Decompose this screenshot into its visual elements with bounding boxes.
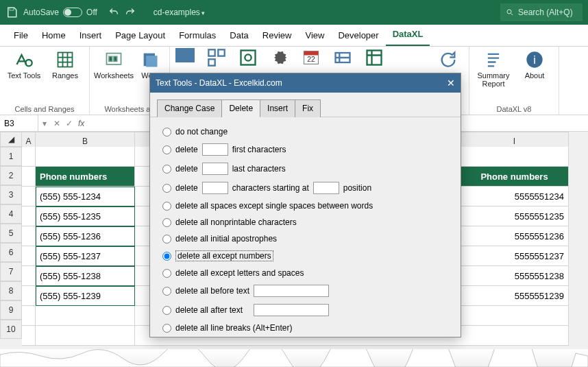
dtab-change-case[interactable]: Change Case: [157, 99, 222, 117]
tab-Formulas[interactable]: Formulas: [172, 25, 223, 46]
about-button[interactable]: i About: [517, 49, 552, 88]
tab-Review[interactable]: Review: [256, 25, 299, 46]
cell-B6[interactable]: (555) 555-1237: [36, 246, 135, 266]
row-header[interactable]: 9: [0, 300, 22, 320]
toggle-switch[interactable]: [63, 8, 82, 17]
dialog-titlebar[interactable]: Text Tools - DataXL - Excelkid.com ✕: [150, 73, 461, 93]
cell-I4[interactable]: 5555551235: [461, 206, 569, 226]
cell[interactable]: [36, 147, 135, 167]
count-input[interactable]: [202, 182, 228, 194]
opt-delete-last[interactable]: deletelast characters: [162, 163, 448, 175]
undo-icon[interactable]: [108, 7, 119, 18]
table-header-I[interactable]: Phone numbers: [461, 167, 569, 187]
text-tools-button[interactable]: Text Tools: [7, 49, 41, 80]
cell[interactable]: [461, 147, 569, 167]
row-header[interactable]: 2: [0, 166, 22, 185]
cell-B4[interactable]: (555) 555-1235: [36, 206, 135, 226]
opt-apostrophes[interactable]: delete all initial apostrophes: [162, 234, 448, 244]
dropdown-icon[interactable]: ▾: [38, 119, 51, 128]
cell[interactable]: [36, 326, 135, 346]
confirm-icon[interactable]: ✓: [63, 119, 75, 128]
before-text-input[interactable]: [254, 285, 329, 297]
cell[interactable]: [22, 326, 36, 346]
opt-except-letters[interactable]: delete all except letters and spaces: [162, 268, 448, 278]
row-header[interactable]: 7: [0, 262, 22, 281]
first-chars-input[interactable]: [202, 143, 228, 156]
dtab-delete[interactable]: Delete: [222, 99, 260, 117]
row-header[interactable]: 6: [0, 243, 22, 262]
close-icon[interactable]: ✕: [447, 78, 455, 88]
fx-icon[interactable]: fx: [75, 119, 87, 128]
opt-no-change[interactable]: do not change: [162, 127, 448, 137]
opt-before-text[interactable]: delete all before text: [162, 285, 448, 297]
app-icon-6[interactable]: [333, 48, 352, 63]
cancel-icon[interactable]: ✕: [51, 119, 63, 128]
dtab-insert[interactable]: Insert: [260, 99, 295, 117]
row-header[interactable]: 4: [0, 204, 22, 224]
opt-linebreaks[interactable]: delete all line breaks (Alt+Enter): [162, 323, 448, 333]
row-header[interactable]: 8: [0, 281, 22, 300]
after-text-input[interactable]: [254, 304, 329, 316]
save-icon[interactable]: [5, 6, 18, 19]
ranges-button[interactable]: Ranges: [48, 49, 82, 80]
position-input[interactable]: [313, 182, 339, 194]
app-icon-2[interactable]: [207, 48, 226, 63]
autosave-toggle[interactable]: AutoSave Off: [23, 8, 97, 17]
calendar-icon[interactable]: 22: [302, 48, 321, 63]
tab-Home[interactable]: Home: [35, 25, 73, 46]
cell[interactable]: [22, 167, 36, 187]
tab-Insert[interactable]: Insert: [73, 25, 109, 46]
redo-icon[interactable]: [125, 7, 136, 18]
opt-delete-first[interactable]: deletefirst characters: [162, 143, 448, 156]
cell-I8[interactable]: 5555551239: [461, 286, 569, 306]
gear-icon[interactable]: [270, 48, 289, 63]
tab-Page-Layout[interactable]: Page Layout: [108, 25, 172, 46]
cell[interactable]: [22, 187, 36, 206]
cell[interactable]: [22, 266, 36, 286]
cell[interactable]: [22, 206, 36, 226]
row-header[interactable]: 1: [0, 147, 22, 166]
row-header[interactable]: 3: [0, 185, 22, 204]
autosave-label: AutoSave: [23, 8, 59, 17]
worksheets-button[interactable]: Worksheets: [97, 49, 131, 80]
app-icon-3[interactable]: [238, 48, 258, 63]
cell-I3[interactable]: 5555551234: [461, 187, 569, 206]
tab-DataXL[interactable]: DataXL: [386, 23, 430, 46]
opt-spaces[interactable]: delete all spaces except single spaces b…: [162, 201, 448, 211]
cell-B7[interactable]: (555) 555-1238: [36, 266, 135, 286]
cell[interactable]: [22, 286, 36, 306]
cell-I5[interactable]: 5555551236: [461, 226, 569, 246]
table-header-B[interactable]: Phone numbers: [36, 167, 135, 187]
cell-I6[interactable]: 5555551237: [461, 246, 569, 266]
app-icon-7[interactable]: [365, 48, 384, 63]
tab-Developer[interactable]: Developer: [331, 25, 385, 46]
select-all-corner[interactable]: ◢: [0, 132, 22, 147]
tab-Data[interactable]: Data: [223, 25, 255, 46]
search-box[interactable]: Search (Alt+Q): [500, 3, 583, 21]
cell[interactable]: [22, 147, 36, 167]
cell[interactable]: [22, 306, 36, 326]
row-header[interactable]: 5: [0, 224, 22, 243]
dtab-fix[interactable]: Fix: [295, 99, 321, 117]
cell-B5[interactable]: (555) 555-1236: [36, 226, 135, 246]
row-header[interactable]: 10: [0, 320, 22, 339]
cell[interactable]: [22, 246, 36, 266]
tab-File[interactable]: File: [7, 25, 35, 46]
summary-report-button[interactable]: Summary Report: [476, 49, 511, 88]
opt-after-text[interactable]: delete all after text: [162, 304, 448, 316]
filename[interactable]: cd-examples: [154, 8, 206, 17]
cell[interactable]: [22, 226, 36, 246]
cell-B8[interactable]: (555) 555-1239: [36, 286, 135, 306]
cell[interactable]: [36, 306, 135, 326]
opt-except-numbers[interactable]: delete all except numbers: [162, 250, 448, 261]
last-chars-input[interactable]: [202, 163, 228, 175]
cell-B3[interactable]: (555) 555-1234: [36, 187, 135, 206]
cell-I7[interactable]: 5555551238: [461, 266, 569, 286]
opt-nonprint[interactable]: delete all nonprintable characters: [162, 217, 448, 227]
opt-delete-starting[interactable]: deletecharacters starting atposition: [162, 182, 448, 194]
tab-View[interactable]: View: [298, 25, 331, 46]
cell[interactable]: [461, 306, 569, 326]
cell[interactable]: [461, 326, 569, 346]
name-box[interactable]: B3: [0, 115, 38, 131]
app-icon-1[interactable]: [175, 48, 195, 63]
